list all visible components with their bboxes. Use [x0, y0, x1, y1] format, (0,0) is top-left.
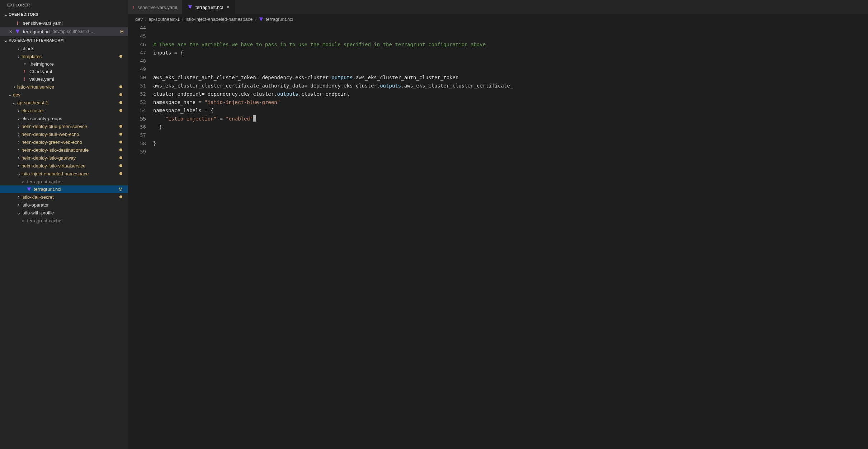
tree-row-istio-with-profile[interactable]: ⌄istio-with-profile — [0, 209, 128, 217]
code-line[interactable]: "istio-injection" = "enabled" — [153, 115, 868, 123]
code-line[interactable]: aws_eks_cluster_cluster_certificate_auth… — [153, 82, 868, 90]
line-number: 48 — [128, 57, 146, 65]
chevron-icon[interactable]: › — [16, 139, 22, 145]
chevron-icon[interactable]: › — [16, 155, 22, 161]
chevron-icon[interactable]: › — [16, 123, 22, 129]
chevron-down-icon: ⌄ — [3, 11, 9, 17]
open-editors-list: × sensitive-vars.yaml × terragrunt.hcl d… — [0, 19, 128, 36]
line-number: 59 — [128, 148, 146, 156]
code-line[interactable] — [153, 32, 868, 41]
tree-label: helm-deploy-istio-virtualservice — [22, 163, 85, 169]
chevron-icon[interactable]: ⌄ — [11, 100, 17, 105]
close-icon[interactable]: × — [7, 29, 14, 34]
chevron-icon[interactable]: › — [16, 53, 22, 59]
tree-label: helm-deploy-istio-gateway — [22, 155, 76, 161]
line-number-gutter: 44454647484950515253545556575859 — [128, 24, 153, 449]
tree-row-dev[interactable]: ⌄dev — [0, 91, 128, 99]
chevron-icon[interactable]: › — [16, 115, 22, 121]
chevron-icon[interactable]: › — [20, 179, 26, 184]
hcl-icon — [259, 17, 264, 22]
code-line[interactable]: namespace_labels = { — [153, 107, 868, 115]
tree-row-helm-deploy-green-web-echo[interactable]: ›helm-deploy-green-web-echo — [0, 138, 128, 146]
code-line[interactable]: } — [153, 123, 868, 131]
breadcrumb-file[interactable]: terragrunt.hcl — [259, 16, 293, 22]
line-number: 44 — [128, 24, 146, 32]
tree-row-eks-security-groups[interactable]: ›eks-security-groups — [0, 114, 128, 122]
editor-area: sensitive-vars.yaml terragrunt.hcl × dev… — [128, 0, 868, 449]
tree-row-eks-cluster[interactable]: ›eks-cluster — [0, 107, 128, 114]
close-icon[interactable]: × — [226, 4, 229, 10]
tree-label: values.yaml — [29, 76, 54, 82]
yaml-icon — [22, 76, 28, 82]
code-line[interactable]: # These are the variables we have to pas… — [153, 41, 868, 49]
chevron-icon[interactable]: › — [20, 218, 26, 223]
tree-row-helm-deploy-blue-green-service[interactable]: ›helm-deploy-blue-green-service — [0, 122, 128, 130]
tree-label: istio-virtualservice — [17, 84, 54, 90]
tree-row--terragrunt-cache[interactable]: ›.terragrunt-cache — [0, 217, 128, 225]
yaml-icon — [133, 5, 135, 10]
tree-row-istio-virtualservice[interactable]: ›istio-virtualservice — [0, 83, 128, 91]
line-number: 58 — [128, 140, 146, 148]
tree-row-helm-deploy-istio-gateway[interactable]: ›helm-deploy-istio-gateway — [0, 154, 128, 162]
editor-label: terragrunt.hcl — [23, 29, 51, 34]
tab-terragrunt[interactable]: terragrunt.hcl × — [183, 0, 235, 14]
code-line[interactable]: inputs = { — [153, 49, 868, 57]
workspace-header[interactable]: ⌄ K8S-EKS-WITH-TERRAFORM — [0, 36, 128, 44]
modified-dot-icon — [119, 133, 122, 136]
tree-row-ap-southeast-1[interactable]: ⌄ap-southeast-1 — [0, 99, 128, 107]
tree-label: istio-inject-enabeled-namespace — [22, 171, 89, 176]
code-line[interactable] — [153, 148, 868, 156]
tab-sensitive-vars[interactable]: sensitive-vars.yaml — [128, 0, 183, 14]
tree-row--terragrunt-cache[interactable]: ›.terragrunt-cache — [0, 178, 128, 185]
tree-row-helm-deploy-istio-destinationrule[interactable]: ›helm-deploy-istio-destinationrule — [0, 146, 128, 154]
line-number: 57 — [128, 131, 146, 140]
breadcrumb-dev[interactable]: dev — [135, 16, 143, 22]
code-line[interactable]: cluster_endpoint= dependency.eks-cluster… — [153, 90, 868, 98]
code-line[interactable] — [153, 57, 868, 65]
code-line[interactable] — [153, 65, 868, 74]
breadcrumb-region[interactable]: ap-southeast-1 — [148, 16, 180, 22]
tree-row-chart-yaml[interactable]: Chart.yaml — [0, 68, 128, 75]
breadcrumbs[interactable]: dev › ap-southeast-1 › istio-inject-enab… — [128, 14, 868, 24]
tree-row-terragrunt-hcl[interactable]: terragrunt.hclM — [0, 185, 128, 193]
yaml-icon — [22, 69, 28, 74]
modified-dot-icon — [119, 148, 122, 151]
chevron-icon[interactable]: › — [16, 108, 22, 113]
tree-row--helmignore[interactable]: ≡.helmignore — [0, 60, 128, 68]
code-line[interactable]: } — [153, 140, 868, 148]
tree-label: charts — [22, 46, 34, 51]
chevron-icon[interactable]: › — [16, 194, 22, 200]
chevron-icon[interactable]: › — [11, 84, 17, 90]
tree-label: templates — [22, 54, 42, 59]
chevron-icon[interactable]: › — [16, 147, 22, 153]
chevron-icon[interactable]: ⌄ — [16, 210, 22, 216]
breadcrumb-namespace[interactable]: istio-inject-enabeled-namespace — [185, 16, 253, 22]
code-editor[interactable]: 44454647484950515253545556575859 # These… — [128, 24, 868, 449]
chevron-icon[interactable]: › — [16, 163, 22, 169]
code-line[interactable]: namespace_name = "istio-inject-blue-gree… — [153, 98, 868, 107]
chevron-icon[interactable]: ⌄ — [7, 92, 13, 98]
open-editors-header[interactable]: ⌄ OPEN EDITORS — [0, 10, 128, 19]
tree-row-values-yaml[interactable]: values.yaml — [0, 75, 128, 83]
open-editor-sensitive-vars[interactable]: × sensitive-vars.yaml — [0, 19, 128, 27]
code-line[interactable] — [153, 24, 868, 32]
chevron-icon[interactable]: ⌄ — [16, 171, 22, 176]
workspace-title: K8S-EKS-WITH-TERRAFORM — [9, 38, 63, 42]
open-editor-terragrunt[interactable]: × terragrunt.hcl dev/ap-southeast-1... M — [0, 27, 128, 36]
lines-icon: ≡ — [22, 61, 28, 67]
tree-row-istio-oparator[interactable]: ›istio-oparator — [0, 201, 128, 209]
chevron-icon[interactable]: › — [16, 202, 22, 208]
tree-label: helm-deploy-istio-destinationrule — [22, 147, 89, 153]
modified-dot-icon — [119, 85, 122, 88]
code-content[interactable]: # These are the variables we have to pas… — [153, 24, 868, 449]
tree-row-templates[interactable]: ›templates — [0, 52, 128, 60]
tree-row-istio-inject-enabeled-namespace[interactable]: ⌄istio-inject-enabeled-namespace — [0, 170, 128, 178]
code-line[interactable]: aws_eks_cluster_auth_cluster_token= depe… — [153, 74, 868, 82]
tree-row-charts[interactable]: ›charts — [0, 44, 128, 52]
chevron-icon[interactable]: › — [16, 46, 22, 51]
tree-row-helm-deploy-istio-virtualservice[interactable]: ›helm-deploy-istio-virtualservice — [0, 162, 128, 170]
tree-row-istio-kiali-secret[interactable]: ›istio-kiali-secret — [0, 193, 128, 201]
tree-row-helm-deploy-blue-web-echo[interactable]: ›helm-deploy-blue-web-echo — [0, 130, 128, 138]
code-line[interactable] — [153, 131, 868, 140]
chevron-icon[interactable]: › — [16, 131, 22, 137]
